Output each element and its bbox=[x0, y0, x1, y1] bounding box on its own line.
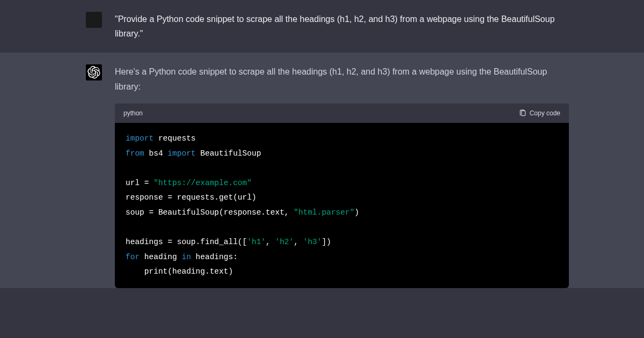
user-text: "Provide a Python code snippet to scrape… bbox=[115, 12, 569, 41]
code-token: response = requests.get(url) bbox=[126, 193, 257, 202]
code-header: python Copy code bbox=[115, 104, 569, 123]
code-token: ) bbox=[354, 208, 359, 217]
code-token: requests bbox=[158, 134, 196, 143]
code-token: in bbox=[181, 253, 191, 261]
code-token: import bbox=[167, 149, 195, 158]
code-token: , bbox=[266, 238, 275, 246]
code-block: python Copy code import requests from bs… bbox=[115, 104, 569, 288]
code-token: url = bbox=[126, 179, 153, 187]
code-token: headings: bbox=[191, 253, 238, 261]
svg-rect-0 bbox=[521, 111, 525, 115]
code-token: (heading.text) bbox=[167, 267, 233, 276]
code-token: bs4 bbox=[149, 149, 163, 158]
user-avatar bbox=[86, 12, 102, 28]
code-token: ]) bbox=[322, 238, 331, 246]
code-token: for bbox=[126, 253, 140, 261]
code-token: "https://example.com" bbox=[153, 179, 252, 187]
assistant-message: Here's a Python code snippet to scrape a… bbox=[0, 53, 644, 288]
code-language-label: python bbox=[123, 108, 143, 119]
code-token: 'h3' bbox=[303, 238, 322, 246]
code-token: 'h2' bbox=[275, 238, 294, 246]
assistant-avatar bbox=[86, 64, 102, 80]
code-token: import bbox=[126, 134, 153, 143]
code-token: BeautifulSoup bbox=[200, 149, 261, 158]
code-body[interactable]: import requests from bs4 import Beautifu… bbox=[115, 123, 569, 288]
code-token: "html.parser" bbox=[294, 208, 354, 217]
code-token: from bbox=[126, 149, 144, 158]
assistant-text: Here's a Python code snippet to scrape a… bbox=[115, 64, 569, 93]
clipboard-icon bbox=[519, 109, 526, 117]
openai-logo-icon bbox=[87, 66, 100, 79]
code-token: soup = BeautifulSoup(response.text, bbox=[126, 208, 294, 217]
assistant-content: Here's a Python code snippet to scrape a… bbox=[115, 64, 569, 288]
copy-code-button[interactable]: Copy code bbox=[519, 108, 560, 119]
code-token: headings = soup.find_all([ bbox=[126, 238, 247, 246]
user-message: "Provide a Python code snippet to scrape… bbox=[0, 0, 644, 53]
code-token: , bbox=[294, 238, 303, 246]
code-token: heading bbox=[140, 253, 181, 261]
code-token: 'h1' bbox=[247, 238, 266, 246]
code-token: print bbox=[144, 267, 168, 276]
copy-code-label: Copy code bbox=[530, 108, 560, 119]
